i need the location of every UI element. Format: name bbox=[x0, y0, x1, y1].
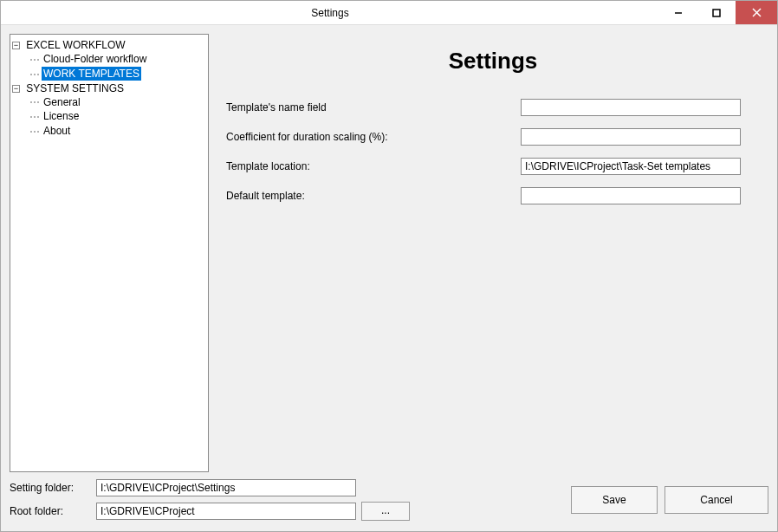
close-icon bbox=[752, 8, 762, 17]
footer-row: Setting folder: Root folder: ... Save Ca… bbox=[1, 472, 777, 531]
main-row: − EXCEL WORKFLOW ⋯Cloud-Folder workflow … bbox=[1, 25, 777, 472]
label-default-template: Default template: bbox=[226, 190, 521, 202]
tree-branch-icon: ⋯ bbox=[28, 110, 42, 124]
tree-branch-icon: ⋯ bbox=[28, 53, 42, 67]
row-template-name: Template's name field bbox=[226, 99, 760, 116]
label-root-folder: Root folder: bbox=[10, 505, 96, 517]
window-controls bbox=[659, 1, 777, 24]
input-coefficient[interactable] bbox=[521, 128, 741, 146]
tree-item-work-templates[interactable]: ⋯WORK TEMPLATES bbox=[28, 67, 206, 81]
tree-group-system-settings[interactable]: − SYSTEM SETTINGS bbox=[12, 81, 206, 95]
row-template-location: Template location: bbox=[226, 158, 760, 175]
maximize-icon bbox=[712, 9, 721, 17]
minimize-icon bbox=[674, 9, 683, 17]
browse-button[interactable]: ... bbox=[361, 502, 410, 521]
label-coefficient: Coefficient for duration scaling (%): bbox=[226, 131, 521, 143]
page-title: Settings bbox=[226, 48, 760, 75]
window-title: Settings bbox=[1, 7, 659, 19]
label-template-name: Template's name field bbox=[226, 101, 521, 114]
tree-branch-icon: ⋯ bbox=[28, 68, 42, 81]
label-template-location: Template location: bbox=[226, 160, 521, 172]
settings-window: Settings − EXCEL WORKFLOW ⋯Clou bbox=[0, 0, 778, 532]
input-template-location[interactable] bbox=[521, 158, 741, 175]
row-default-template: Default template: bbox=[226, 187, 760, 204]
tree-group-excel-workflow[interactable]: − EXCEL WORKFLOW bbox=[12, 38, 206, 52]
collapse-icon[interactable]: − bbox=[12, 85, 20, 93]
label-setting-folder: Setting folder: bbox=[10, 482, 96, 494]
settings-tree[interactable]: − EXCEL WORKFLOW ⋯Cloud-Folder workflow … bbox=[10, 34, 209, 472]
titlebar: Settings bbox=[1, 1, 777, 25]
row-coefficient: Coefficient for duration scaling (%): bbox=[226, 128, 760, 146]
save-button[interactable]: Save bbox=[571, 486, 658, 514]
svg-rect-1 bbox=[713, 10, 720, 16]
input-default-template[interactable] bbox=[521, 187, 741, 204]
input-template-name[interactable] bbox=[521, 99, 741, 116]
collapse-icon[interactable]: − bbox=[12, 42, 20, 49]
input-root-folder[interactable] bbox=[96, 503, 356, 520]
tree-item-about[interactable]: ⋯About bbox=[28, 124, 206, 139]
tree-item-license[interactable]: ⋯License bbox=[28, 109, 206, 124]
footer-paths: Setting folder: Root folder: ... bbox=[10, 479, 412, 521]
maximize-button[interactable] bbox=[697, 1, 736, 24]
tree-group-label[interactable]: EXCEL WORKFLOW bbox=[24, 38, 126, 52]
tree-item-cloud-folder-workflow[interactable]: ⋯Cloud-Folder workflow bbox=[28, 52, 206, 67]
tree-group-label[interactable]: SYSTEM SETTINGS bbox=[24, 81, 126, 95]
settings-panel: Settings Template's name field Coefficie… bbox=[226, 34, 768, 472]
tree-branch-icon: ⋯ bbox=[28, 95, 42, 109]
minimize-button[interactable] bbox=[659, 1, 697, 24]
cancel-button[interactable]: Cancel bbox=[665, 486, 768, 514]
content-area: − EXCEL WORKFLOW ⋯Cloud-Folder workflow … bbox=[1, 25, 777, 531]
tree-branch-icon: ⋯ bbox=[28, 125, 42, 139]
close-button[interactable] bbox=[736, 1, 777, 24]
tree-item-general[interactable]: ⋯General bbox=[28, 95, 206, 110]
input-setting-folder[interactable] bbox=[96, 479, 356, 496]
